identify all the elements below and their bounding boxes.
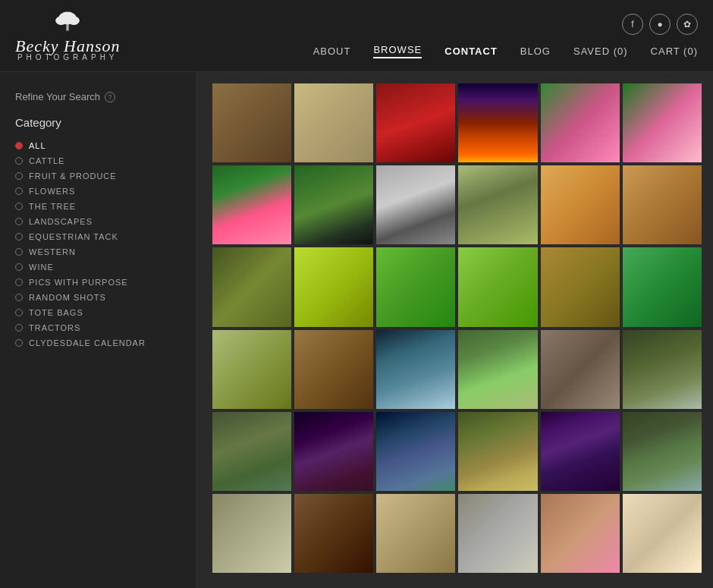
photo-cell[interactable] bbox=[458, 83, 537, 162]
photo-cell[interactable] bbox=[294, 247, 373, 326]
radio-dot bbox=[15, 339, 23, 347]
photo-cell[interactable] bbox=[623, 494, 702, 573]
radio-dot bbox=[15, 142, 23, 149]
category-item-western[interactable]: WESTERN bbox=[15, 244, 181, 259]
photo-cell[interactable] bbox=[212, 330, 291, 409]
radio-dot bbox=[15, 203, 23, 210]
main-nav: ABOUT BROWSE CONTACT BLOG SAVED (0) CART… bbox=[313, 44, 698, 58]
photo-cell[interactable] bbox=[623, 412, 702, 491]
photo-placeholder bbox=[376, 83, 455, 162]
photo-cell[interactable] bbox=[294, 83, 373, 162]
photo-placeholder bbox=[294, 330, 373, 409]
svg-rect-3 bbox=[67, 24, 69, 31]
category-item-clydesdale-calendar[interactable]: CLYDESDALE CALENDAR bbox=[15, 335, 181, 351]
category-item-random-shots[interactable]: RANDOM SHOTS bbox=[15, 290, 181, 305]
refine-label: Refine Your Search bbox=[15, 91, 100, 102]
radio-dot bbox=[15, 248, 23, 256]
category-item-flowers[interactable]: FLOWERS bbox=[15, 184, 181, 199]
help-icon[interactable]: ? bbox=[105, 92, 115, 102]
category-item-landscapes[interactable]: LANDSCAPES bbox=[15, 214, 181, 229]
photo-placeholder bbox=[294, 412, 373, 491]
category-item-all[interactable]: ALL bbox=[15, 138, 181, 153]
category-label: THE TREE bbox=[29, 202, 76, 211]
facebook-icon-top[interactable]: f bbox=[622, 14, 643, 35]
photo-cell[interactable] bbox=[458, 165, 537, 244]
nav-contact[interactable]: CONTACT bbox=[444, 46, 498, 57]
main-layout: Refine Your Search ? Category ALLCATTLEF… bbox=[0, 72, 713, 588]
photo-placeholder bbox=[458, 494, 537, 573]
photo-cell[interactable] bbox=[458, 330, 537, 409]
nav-blog[interactable]: BLOG bbox=[520, 46, 551, 57]
category-list: ALLCATTLEFRUIT & PRODUCEFLOWERSTHE TREEL… bbox=[15, 138, 181, 351]
social-icons-top: f ● ✿ bbox=[622, 14, 698, 35]
photo-cell[interactable] bbox=[541, 330, 620, 409]
photo-placeholder bbox=[541, 412, 620, 491]
photo-cell[interactable] bbox=[376, 247, 455, 326]
photo-cell[interactable] bbox=[623, 247, 702, 326]
photo-placeholder bbox=[458, 165, 537, 244]
photo-placeholder bbox=[458, 330, 537, 409]
category-item-the-tree[interactable]: THE TREE bbox=[15, 199, 181, 214]
photo-cell[interactable] bbox=[294, 330, 373, 409]
photo-placeholder bbox=[294, 247, 373, 326]
photo-cell[interactable] bbox=[376, 83, 455, 162]
photo-cell[interactable] bbox=[294, 412, 373, 491]
radio-dot bbox=[15, 263, 23, 271]
photo-placeholder bbox=[623, 494, 702, 573]
photo-cell[interactable] bbox=[458, 494, 537, 573]
category-item-fruit-&-produce[interactable]: FRUIT & PRODUCE bbox=[15, 168, 181, 184]
logo[interactable]: Becky Hanson PHOTOGRAPHY bbox=[15, 10, 120, 61]
category-item-cattle[interactable]: CATTLE bbox=[15, 153, 181, 168]
photo-placeholder bbox=[212, 83, 291, 162]
radio-dot bbox=[15, 187, 23, 195]
photo-cell[interactable] bbox=[212, 412, 291, 491]
photo-cell[interactable] bbox=[541, 247, 620, 326]
photo-placeholder bbox=[294, 83, 373, 162]
instagram-icon-top[interactable]: ● bbox=[649, 14, 671, 35]
photo-cell[interactable] bbox=[541, 412, 620, 491]
photo-cell[interactable] bbox=[541, 494, 620, 573]
photo-grid bbox=[212, 83, 702, 573]
photo-cell[interactable] bbox=[212, 165, 291, 244]
photo-placeholder bbox=[541, 165, 620, 244]
yelp-icon-top[interactable]: ✿ bbox=[677, 14, 698, 35]
photo-placeholder bbox=[458, 83, 537, 162]
photo-cell[interactable] bbox=[212, 83, 291, 162]
photo-cell[interactable] bbox=[212, 247, 291, 326]
nav-about[interactable]: ABOUT bbox=[313, 46, 351, 57]
category-item-equestrian-tack[interactable]: EQUESTRIAN TACK bbox=[15, 229, 181, 244]
category-label: LANDSCAPES bbox=[29, 217, 93, 226]
photo-cell[interactable] bbox=[541, 83, 620, 162]
photo-cell[interactable] bbox=[376, 330, 455, 409]
nav-browse[interactable]: BROWSE bbox=[373, 44, 422, 58]
photo-cell[interactable] bbox=[376, 494, 455, 573]
category-label: FLOWERS bbox=[29, 187, 75, 196]
photo-cell[interactable] bbox=[623, 330, 702, 409]
category-item-tractors[interactable]: TRACTORS bbox=[15, 320, 181, 335]
photo-cell[interactable] bbox=[458, 247, 537, 326]
photo-cell[interactable] bbox=[458, 412, 537, 491]
photo-placeholder bbox=[212, 330, 291, 409]
photo-cell[interactable] bbox=[294, 165, 373, 244]
category-item-tote-bags[interactable]: TOTE BAGS bbox=[15, 305, 181, 320]
photo-placeholder bbox=[623, 247, 702, 326]
nav-cart[interactable]: CART (0) bbox=[651, 46, 698, 57]
photo-cell[interactable] bbox=[376, 412, 455, 491]
logo-subtitle: PHOTOGRAPHY bbox=[17, 53, 118, 61]
photo-cell[interactable] bbox=[376, 165, 455, 244]
photo-cell[interactable] bbox=[541, 165, 620, 244]
category-item-wine[interactable]: WINE bbox=[15, 259, 181, 275]
category-label: CATTLE bbox=[29, 156, 64, 165]
photo-cell[interactable] bbox=[294, 494, 373, 573]
photo-placeholder bbox=[376, 247, 455, 326]
category-title: Category bbox=[15, 116, 181, 129]
photo-cell[interactable] bbox=[623, 83, 702, 162]
photo-placeholder bbox=[541, 494, 620, 573]
header-right: f ● ✿ ABOUT BROWSE CONTACT BLOG SAVED (0… bbox=[313, 14, 698, 58]
category-item-pics-with-purpose[interactable]: PICS WITH PURPOSE bbox=[15, 275, 181, 290]
logo-tree-icon bbox=[49, 10, 86, 36]
nav-saved[interactable]: SAVED (0) bbox=[573, 46, 628, 57]
category-label: FRUIT & PRODUCE bbox=[29, 171, 117, 181]
photo-cell[interactable] bbox=[623, 165, 702, 244]
photo-cell[interactable] bbox=[212, 494, 291, 573]
